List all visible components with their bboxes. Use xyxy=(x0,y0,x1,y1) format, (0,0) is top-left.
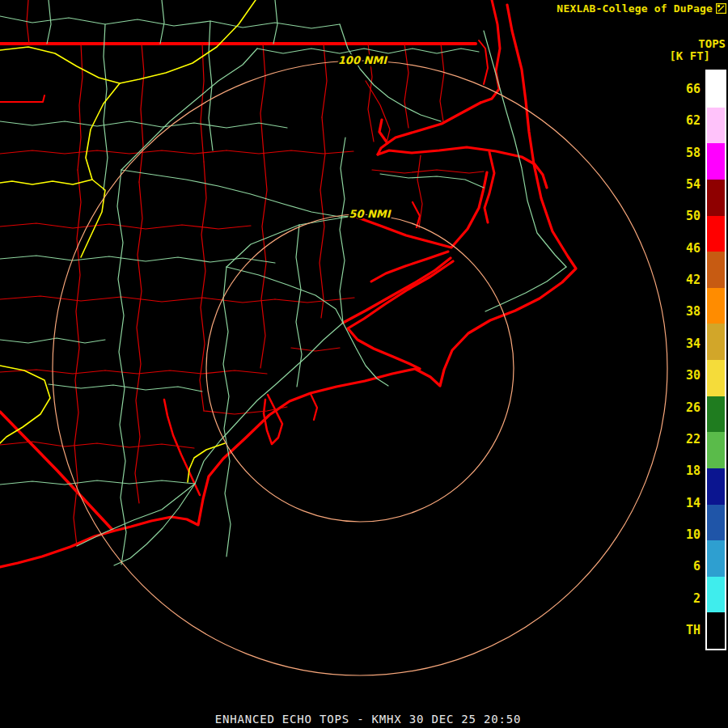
legend-color-segment xyxy=(707,432,725,468)
map-path-road xyxy=(226,267,343,323)
map-path-road xyxy=(380,174,484,188)
map-path-coast xyxy=(485,152,494,222)
map-path-road xyxy=(0,338,105,343)
legend-label-18: 18 xyxy=(686,465,700,476)
legend-color-segment xyxy=(707,143,725,180)
map-path-coast xyxy=(371,252,448,281)
map-path-interstate xyxy=(81,0,256,257)
map-path-county xyxy=(260,44,265,154)
map-path-road xyxy=(296,225,302,387)
legend-label-30: 30 xyxy=(686,370,700,381)
legend-color-segment xyxy=(707,288,725,324)
legend-label-50: 50 xyxy=(686,210,700,222)
legend-color-segment xyxy=(707,577,725,613)
map-path-coast xyxy=(348,261,453,369)
legend-label-42: 42 xyxy=(686,274,700,286)
map-path-road xyxy=(49,384,202,392)
page-title: NEXLAB-College of DuPage xyxy=(557,2,713,15)
map-path-county xyxy=(366,81,390,142)
map-path-road xyxy=(273,0,277,44)
map-path-road xyxy=(121,170,353,217)
map-path-road xyxy=(195,323,343,484)
legend-label-66: 66 xyxy=(686,83,700,95)
legend-color-segment xyxy=(707,324,725,360)
map-path-county xyxy=(139,44,144,182)
map-path-coast xyxy=(343,258,451,323)
map-path-county xyxy=(0,223,251,229)
legend-label-62: 62 xyxy=(686,115,700,126)
header: NEXLAB-College of DuPage xyxy=(557,2,726,15)
legend-color-segment xyxy=(707,216,725,252)
range-ring-label-50-nmi: 50 NMI xyxy=(349,208,392,220)
legend-label-22: 22 xyxy=(686,434,700,445)
legend-label-58: 58 xyxy=(686,147,700,159)
legend-label-46: 46 xyxy=(686,243,700,254)
legend-label-38: 38 xyxy=(686,306,700,317)
legend-color-segment xyxy=(707,505,725,541)
map-path-interstate xyxy=(0,47,120,83)
map-path-road xyxy=(114,484,195,565)
legend-title: TOPS xyxy=(698,37,726,50)
legend-label-6: 6 xyxy=(693,561,700,572)
legend-label-TH: TH xyxy=(686,624,700,636)
map-path-county xyxy=(105,370,267,374)
map-path-county xyxy=(372,170,484,173)
legend-label-10: 10 xyxy=(686,529,700,540)
radar-map: 50 NMI100 NMI xyxy=(0,0,728,728)
legend-label-2: 2 xyxy=(693,593,700,604)
legend-color-segment xyxy=(707,360,725,396)
legend-color-segment xyxy=(707,252,725,288)
map-path-road xyxy=(0,480,195,485)
map-path-road xyxy=(223,267,231,557)
legend-labels: 66625854504642383430262218141062TH xyxy=(676,70,700,650)
map-path-coast xyxy=(311,394,317,420)
legend-color-segment xyxy=(707,468,725,505)
map-path-county xyxy=(226,150,353,154)
map-path-coast xyxy=(164,400,200,495)
map-path-border xyxy=(0,412,112,530)
legend-color-bar xyxy=(705,70,726,650)
map-path-interstate xyxy=(0,366,50,443)
map-path-road xyxy=(47,0,51,44)
map-path-county xyxy=(0,296,275,303)
range-ring-50-nmi xyxy=(206,214,514,522)
map-path-county xyxy=(275,298,354,303)
range-ring-label-100-nmi: 100 NMI xyxy=(338,54,388,66)
legend-label-34: 34 xyxy=(686,338,700,349)
radar-screen: 50 NMI100 NMI NEXLAB-College of DuPage T… xyxy=(0,0,728,728)
product-caption: ENHANCED ECHO TOPS - KMHX 30 DEC 25 20:5… xyxy=(215,713,521,726)
map-path-county xyxy=(135,182,142,503)
legend-label-54: 54 xyxy=(686,179,700,190)
legend-color-segment xyxy=(707,612,725,649)
map-path-county xyxy=(78,44,83,170)
range-ring-100-nmi xyxy=(53,61,667,675)
map-path-coast xyxy=(479,40,488,84)
map-path-coast xyxy=(480,0,500,103)
legend-label-26: 26 xyxy=(686,402,700,413)
map-path-border xyxy=(0,95,44,102)
legend-color-segment xyxy=(707,180,725,216)
map-path-road xyxy=(340,24,441,121)
legend-label-14: 14 xyxy=(686,497,700,509)
map-path-county xyxy=(440,44,444,121)
cod-logo-icon xyxy=(716,3,726,14)
legend-color-segment xyxy=(707,108,725,144)
legend-units-label: [K FT] xyxy=(669,49,710,62)
map-path-road xyxy=(340,138,345,323)
map-path-county xyxy=(320,117,325,318)
map-path-county xyxy=(322,44,327,117)
map-path-county xyxy=(201,44,204,162)
map-path-road xyxy=(0,121,287,128)
legend-color-segment xyxy=(707,540,725,577)
legend-color-segment xyxy=(707,396,725,433)
map-path-road xyxy=(117,170,126,565)
map-path-road xyxy=(104,24,108,190)
legend-color-segment xyxy=(707,71,725,108)
map-path-county xyxy=(404,44,408,128)
map-path-coast xyxy=(379,103,480,143)
map-path-county xyxy=(0,150,226,154)
map-path-road xyxy=(160,0,164,44)
map-path-road xyxy=(257,49,479,53)
